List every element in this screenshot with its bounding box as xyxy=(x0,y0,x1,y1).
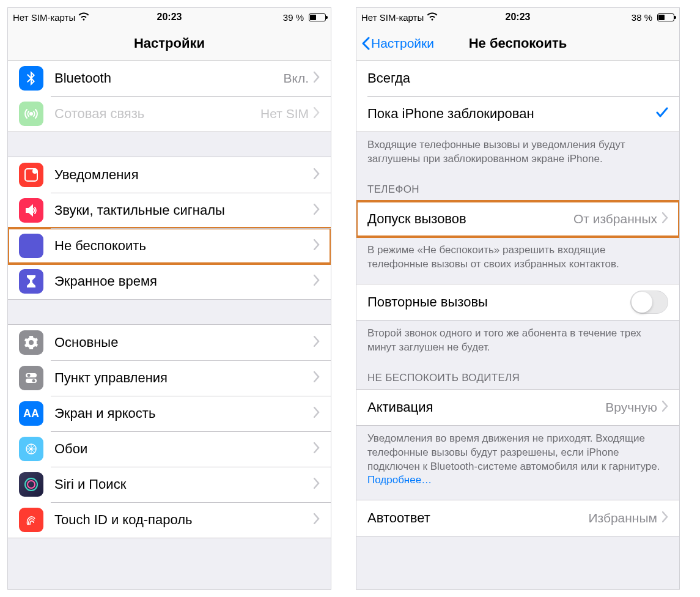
chevron-right-icon xyxy=(314,407,320,420)
row-silence-locked[interactable]: Пока iPhone заблокирован xyxy=(356,96,679,132)
row-label: Обои xyxy=(54,441,314,457)
row-cellular[interactable]: Сотовая связь Нет SIM xyxy=(8,96,331,132)
svg-point-10 xyxy=(28,481,35,488)
row-siri[interactable]: Siri и Поиск xyxy=(8,467,331,502)
chevron-right-icon xyxy=(314,168,320,182)
row-label: Основные xyxy=(54,335,314,350)
driving-footer: Уведомления во время движения не приходя… xyxy=(356,426,679,493)
chevron-right-icon xyxy=(314,442,320,456)
chevron-right-icon xyxy=(314,204,320,217)
row-label: Автоответ xyxy=(367,510,588,526)
learn-more-link[interactable]: Подробнее… xyxy=(367,474,432,486)
row-screen-time[interactable]: Экранное время xyxy=(8,264,331,299)
fingerprint-icon xyxy=(19,508,43,532)
wifi-icon xyxy=(78,12,89,23)
chevron-right-icon xyxy=(314,478,320,491)
row-label: Bluetooth xyxy=(54,70,283,86)
status-time: 20:23 xyxy=(157,12,182,23)
svg-point-5 xyxy=(28,374,31,377)
row-general[interactable]: Основные xyxy=(8,325,331,360)
row-label: Повторные вызовы xyxy=(367,294,630,310)
chevron-right-icon xyxy=(662,212,668,226)
settings-screen: Нет SIM-карты 20:23 39 % Настройки Bluet… xyxy=(7,7,331,590)
row-label: Допуск вызовов xyxy=(367,211,573,227)
chevron-right-icon xyxy=(314,275,320,288)
row-touch-id[interactable]: Touch ID и код-пароль xyxy=(8,502,331,538)
row-label: Экран и яркость xyxy=(54,406,314,421)
notifications-icon xyxy=(19,163,43,187)
row-label: Звуки, тактильные сигналы xyxy=(54,202,314,218)
repeat-footer: Второй звонок одного и того же абонента … xyxy=(356,321,679,360)
chevron-right-icon xyxy=(314,107,320,121)
row-label: Siri и Поиск xyxy=(54,476,314,492)
checkmark-icon xyxy=(656,107,668,121)
row-label: Пока iPhone заблокирован xyxy=(367,106,656,122)
silence-footer: Входящие телефонные вызовы и уведомления… xyxy=(356,132,679,171)
row-bluetooth[interactable]: Bluetooth Вкл. xyxy=(8,61,331,96)
row-label: Touch ID и код-пароль xyxy=(54,512,314,528)
carrier-text: Нет SIM-карты xyxy=(361,12,424,23)
chevron-right-icon xyxy=(314,371,320,385)
svg-point-2 xyxy=(32,169,37,174)
status-bar: Нет SIM-карты 20:23 38 % xyxy=(356,8,679,26)
battery-text: 38 % xyxy=(632,12,652,23)
row-label: Сотовая связь xyxy=(54,106,260,122)
toggle-repeated-calls[interactable] xyxy=(630,291,668,314)
chevron-right-icon xyxy=(314,336,320,349)
chevron-right-icon xyxy=(314,239,320,253)
row-silence-always[interactable]: Всегда xyxy=(356,61,679,96)
status-time: 20:23 xyxy=(506,12,531,23)
nav-bar: Настройки Не беспокоить xyxy=(356,26,679,61)
gear-icon xyxy=(19,330,43,355)
row-label: Пункт управления xyxy=(54,370,314,386)
chevron-right-icon xyxy=(314,513,320,527)
nav-bar: Настройки xyxy=(8,26,331,61)
row-auto-reply[interactable]: Автоответ Избранным xyxy=(356,500,679,536)
driving-header: НЕ БЕСПОКОИТЬ ВОДИТЕЛЯ xyxy=(356,360,679,389)
status-bar: Нет SIM-карты 20:23 39 % xyxy=(8,8,331,26)
svg-point-6 xyxy=(32,379,35,382)
row-detail: Нет SIM xyxy=(260,106,309,121)
dnd-settings-list[interactable]: Всегда Пока iPhone заблокирован Входящие… xyxy=(356,61,679,589)
svg-point-0 xyxy=(29,112,33,116)
row-label: Всегда xyxy=(367,70,668,86)
row-do-not-disturb[interactable]: Не беспокоить xyxy=(8,228,331,264)
back-button[interactable]: Настройки xyxy=(361,36,434,51)
row-label: Уведомления xyxy=(54,167,314,183)
allow-footer: В режиме «Не беспокоить» разрешить входя… xyxy=(356,237,679,276)
sounds-icon xyxy=(19,198,43,223)
cellular-icon xyxy=(19,102,43,126)
dnd-settings-screen: Нет SIM-карты 20:23 38 % Настройки Не бе… xyxy=(356,7,680,590)
row-sounds[interactable]: Звуки, тактильные сигналы xyxy=(8,193,331,228)
phone-header: ТЕЛЕФОН xyxy=(356,171,679,201)
battery-text: 39 % xyxy=(283,12,304,23)
row-display[interactable]: AA Экран и яркость xyxy=(8,396,331,431)
page-title: Не беспокоить xyxy=(469,35,567,51)
settings-list[interactable]: Bluetooth Вкл. Сотовая связь Нет SIM xyxy=(8,61,331,589)
row-notifications[interactable]: Уведомления xyxy=(8,157,331,193)
row-detail: От избранных xyxy=(573,212,657,226)
row-label: Не беспокоить xyxy=(54,238,314,254)
battery-icon xyxy=(307,13,326,21)
carrier-text: Нет SIM-карты xyxy=(13,12,75,23)
battery-icon xyxy=(655,13,674,21)
row-label: Активация xyxy=(367,399,605,415)
display-icon: AA xyxy=(19,401,43,426)
bluetooth-icon xyxy=(19,66,43,91)
wifi-icon xyxy=(427,12,438,23)
row-control-center[interactable]: Пункт управления xyxy=(8,360,331,396)
dnd-status-icon xyxy=(620,12,628,23)
chevron-right-icon xyxy=(662,511,668,525)
row-detail: Вручную xyxy=(605,400,657,415)
row-activation[interactable]: Активация Вручную xyxy=(356,390,679,425)
wallpaper-icon xyxy=(19,437,43,461)
row-detail: Вкл. xyxy=(283,71,309,86)
chevron-right-icon xyxy=(662,401,668,414)
back-label: Настройки xyxy=(371,36,434,51)
row-detail: Избранным xyxy=(588,511,657,525)
row-wallpaper[interactable]: Обои xyxy=(8,431,331,467)
row-allow-calls[interactable]: Допуск вызовов От избранных xyxy=(356,201,679,237)
row-repeated-calls[interactable]: Повторные вызовы xyxy=(356,284,679,320)
control-center-icon xyxy=(19,366,43,390)
siri-icon xyxy=(19,472,43,497)
